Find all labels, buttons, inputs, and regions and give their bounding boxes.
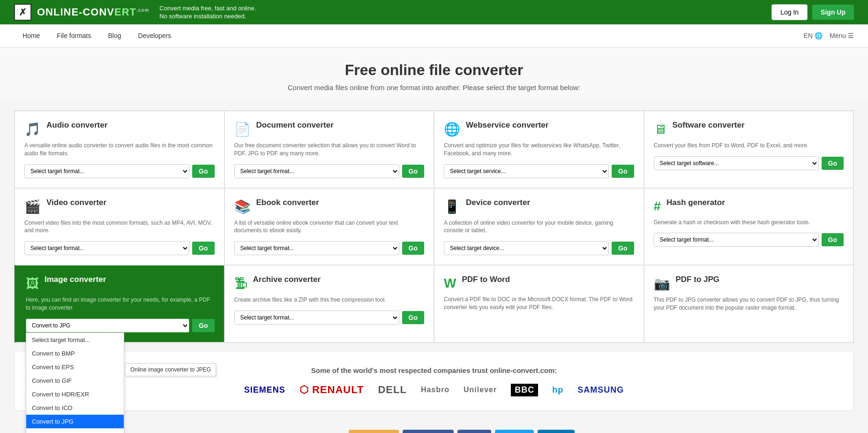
- linkedin-share-button[interactable]: in Share: [538, 430, 575, 433]
- video-desc: Convert video files into the most common…: [24, 219, 215, 235]
- document-icon: 📄: [234, 122, 251, 137]
- video-format-select[interactable]: Select target format...: [24, 241, 189, 255]
- main-nav: Home File formats Blog Developers EN 🌐 M…: [0, 24, 868, 47]
- renault-logo: ⬡ RENAULT: [299, 384, 364, 396]
- dd-convert-hdr[interactable]: Convert to HDR/EXR: [26, 387, 124, 401]
- nav-blog[interactable]: Blog: [99, 24, 129, 47]
- image-footer: Select target format... Convert to BMP C…: [26, 319, 215, 333]
- document-format-select[interactable]: Select target format...: [234, 164, 399, 178]
- audio-go-button[interactable]: Go: [192, 165, 214, 178]
- menu-toggle[interactable]: Menu ☰: [830, 32, 854, 39]
- image-converter-card: 🖼 Image converter Here, you can find an …: [15, 265, 224, 342]
- bookmark-button[interactable]: ★ Bookmark: [349, 430, 399, 433]
- signup-button[interactable]: Sign Up: [812, 5, 854, 20]
- facebook-share-button[interactable]: f Share: [457, 430, 491, 433]
- nav-file-formats[interactable]: File formats: [48, 24, 99, 47]
- hash-title: Hash generator: [666, 198, 725, 207]
- dd-convert-eps[interactable]: Convert to EPS: [26, 360, 124, 374]
- header-actions: Log In Sign Up: [771, 4, 854, 20]
- card-header: 🗜 Archive converter: [234, 275, 425, 291]
- archive-footer: Select target format... Go: [234, 311, 425, 325]
- card-header: 📚 Ebook converter: [234, 198, 425, 214]
- nav-developers[interactable]: Developers: [130, 24, 180, 47]
- image-format-select[interactable]: Select target format... Convert to BMP C…: [26, 319, 189, 333]
- device-format-select[interactable]: Select target device...: [444, 241, 609, 255]
- trust-section: Some of the world's most respected compa…: [14, 352, 854, 411]
- card-header: 🌐 Webservice converter: [444, 121, 634, 137]
- card-header: 🖼 Image converter: [26, 275, 215, 291]
- dd-convert-ico[interactable]: Convert to ICO: [26, 401, 124, 415]
- archive-title: Archive converter: [253, 275, 321, 284]
- hash-converter-card: # Hash generator Generate a hash or chec…: [644, 188, 854, 266]
- audio-format-select[interactable]: Select target format...: [24, 164, 189, 178]
- hasbro-logo: Hasbro: [421, 386, 449, 394]
- software-title: Software converter: [673, 121, 745, 130]
- software-format-select[interactable]: Select target software...: [654, 156, 819, 170]
- video-footer: Select target format... Go: [24, 241, 215, 255]
- pdf-word-desc: Convert a PDF file to DOC or the Microso…: [444, 296, 634, 311]
- webservice-footer: Select target service... Go: [444, 164, 634, 178]
- ebook-format-select[interactable]: Select target format...: [234, 241, 399, 255]
- card-header: 📱 Device converter: [444, 198, 634, 214]
- dd-select-placeholder[interactable]: Select target format...: [26, 333, 124, 347]
- tweet-button[interactable]: 🐦 Tweet: [495, 430, 534, 433]
- video-icon: 🎬: [24, 199, 41, 214]
- audio-converter-card: 🎵 Audio converter A versatile online aud…: [15, 111, 224, 188]
- ebook-desc: A list of versatile online ebook convert…: [234, 219, 425, 235]
- globe-icon: 🌐: [815, 32, 823, 39]
- nav-right: EN 🌐 Menu ☰: [804, 32, 854, 39]
- ebook-go-button[interactable]: Go: [402, 242, 424, 255]
- document-title: Document converter: [256, 121, 334, 130]
- menu-label: Menu: [830, 32, 846, 39]
- device-go-button[interactable]: Go: [612, 242, 634, 255]
- social-buttons: Stay connected: ★ Bookmark 👍 Like 109K f…: [9, 430, 859, 433]
- software-converter-card: 🖥 Software converter Convert your files …: [644, 111, 854, 188]
- dd-convert-jpg[interactable]: Convert to JPG: [26, 415, 124, 428]
- siemens-logo: SIEMENS: [244, 385, 285, 395]
- header: ✗ ONLINE-CONVERT.com Convert media free,…: [0, 0, 868, 24]
- card-header: 🖥 Software converter: [654, 121, 844, 137]
- login-button[interactable]: Log In: [771, 4, 808, 20]
- dd-convert-bmp[interactable]: Convert to BMP: [26, 347, 124, 360]
- nav-home[interactable]: Home: [14, 24, 48, 47]
- dd-convert-gif[interactable]: Convert to GIF: [26, 374, 124, 387]
- like-button[interactable]: 👍 Like 109K: [403, 430, 453, 433]
- device-icon: 📱: [444, 199, 460, 214]
- software-icon: 🖥: [654, 122, 667, 137]
- bbc-logo: BBC: [511, 384, 538, 396]
- audio-footer: Select target format... Go: [24, 164, 215, 178]
- archive-format-select[interactable]: Select target format...: [234, 311, 399, 325]
- image-go-button[interactable]: Go: [192, 319, 214, 332]
- pdf-word-card: W PDF to Word Convert a PDF file to DOC …: [434, 265, 644, 342]
- menu-icon: ☰: [848, 32, 854, 39]
- logo-icon: ✗: [19, 7, 27, 18]
- audio-desc: A versatile online audio converter to co…: [24, 142, 215, 158]
- dd-convert-png[interactable]: Convert to PNG: [26, 428, 124, 433]
- image-desc: Here, you can find an image converter fo…: [26, 296, 215, 312]
- document-desc: Our free document converter selection th…: [234, 142, 425, 158]
- archive-go-button[interactable]: Go: [402, 311, 424, 324]
- unilever-logo: Unilever: [464, 386, 497, 394]
- lang-label: EN: [804, 32, 813, 39]
- hash-desc: Generate a hash or checksum with these h…: [654, 219, 844, 227]
- image-title: Image converter: [45, 275, 106, 284]
- hash-format-select[interactable]: Select target format...: [654, 233, 819, 247]
- hero-subtitle: Convert media files online from one form…: [9, 84, 859, 91]
- hash-footer: Select target format... Go: [654, 233, 844, 247]
- tagline-line2: No software installation needed.: [159, 13, 256, 20]
- device-desc: A collection of online video converter f…: [444, 219, 634, 235]
- video-go-button[interactable]: Go: [192, 242, 214, 255]
- document-converter-card: 📄 Document converter Our free document c…: [224, 111, 434, 188]
- language-selector[interactable]: EN 🌐: [804, 32, 823, 39]
- pdf-jpg-desc: This PDF to JPG converter allows you to …: [654, 296, 844, 312]
- samsung-logo: SAMSUNG: [577, 385, 624, 395]
- software-go-button[interactable]: Go: [822, 157, 844, 170]
- webservice-format-select[interactable]: Select target service...: [444, 164, 609, 178]
- archive-desc: Create archive files like a ZIP with thi…: [234, 296, 425, 304]
- webservice-icon: 🌐: [444, 122, 460, 137]
- nav-links: Home File formats Blog Developers: [14, 24, 180, 47]
- document-go-button[interactable]: Go: [402, 165, 424, 178]
- logo-area: ✗ ONLINE-CONVERT.com Convert media free,…: [14, 4, 256, 21]
- webservice-go-button[interactable]: Go: [612, 165, 634, 178]
- hash-go-button[interactable]: Go: [822, 233, 844, 246]
